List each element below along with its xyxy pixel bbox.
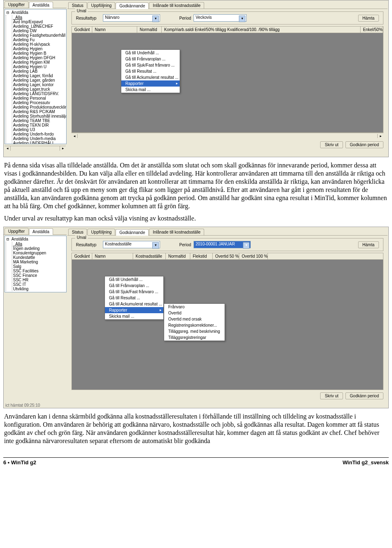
context-menu-item[interactable]: Gå till Resultat ...	[121, 68, 180, 74]
godkann-period-button-2[interactable]: Godkänn period	[345, 392, 383, 399]
resultattyp-select-2[interactable]: Kostnadsställe	[103, 241, 160, 248]
submenu-item[interactable]: Frånvaro	[164, 304, 225, 310]
submenu-item[interactable]: Registreringskorrektioner...	[164, 322, 225, 328]
tab-uppfoljning-2[interactable]: Uppföljning	[87, 229, 115, 235]
context-menu-item[interactable]: Gå till Ackumulerat resultat ...	[121, 74, 180, 80]
tree-item[interactable]: Avdeling Underh-fordo	[12, 132, 65, 136]
col-namn-2[interactable]: Namn	[92, 253, 133, 259]
col-normaltid-2[interactable]: Normaltid	[166, 253, 190, 259]
tree-item[interactable]: Avdeling R&S PC/KAM	[12, 109, 65, 114]
tab-godkannande-2[interactable]: Godkännande	[116, 229, 149, 236]
left-tab-uppgifter-2[interactable]: Uppgifter	[4, 228, 29, 234]
col-godkant[interactable]: Godkänt	[72, 27, 92, 33]
tree-item[interactable]: Avdeling Lager,truck	[12, 87, 65, 91]
skriv-ut-button[interactable]: Skriv ut	[320, 141, 343, 148]
tree-root-label[interactable]: Anställda	[6, 10, 29, 15]
col-enkel50[interactable]: Enkel/50%	[361, 27, 383, 33]
tree-item[interactable]: Ingen avdeling	[12, 246, 65, 251]
col-namn[interactable]: Namn	[92, 27, 137, 33]
tree-item[interactable]: Avdeling TEKN DIR	[12, 123, 65, 127]
resultattyp-select[interactable]: Närvaro	[103, 14, 160, 22]
col-overtid100-2[interactable]: Overtid 100 %	[239, 253, 268, 259]
tree-item[interactable]: Avdeling Storhushåll innesäljare	[12, 114, 65, 118]
tab-status-2[interactable]: Status	[68, 229, 87, 235]
tree-item[interactable]: Utvikling	[12, 287, 65, 291]
col-normaltid[interactable]: Normaltid	[137, 27, 162, 33]
tree-item[interactable]: Salg	[12, 264, 65, 269]
grid-horizontal-scroll[interactable]	[71, 133, 383, 139]
tree-item[interactable]: SSC HR	[12, 278, 65, 282]
tree-root-label-2[interactable]: Anställda	[6, 237, 29, 241]
context-menu-item[interactable]: Gå till Sjuk/Fast frånvaro ...	[105, 289, 163, 295]
tree-item[interactable]: Kundestøtte	[12, 255, 65, 260]
tree-item[interactable]: Avdeling LÅNGTIDSFRV.	[12, 91, 65, 96]
tree-item[interactable]: Avdeling Hygien KM	[12, 60, 65, 65]
godkann-period-button[interactable]: Godkänn period	[345, 141, 383, 148]
tree-item[interactable]: Avdeling H-sk/vpack	[12, 42, 65, 47]
left-tab-uppgifter[interactable]: Uppgifter	[4, 1, 29, 8]
tree-item[interactable]: Avdeling Lager, förråd	[12, 74, 65, 78]
tree-item[interactable]: Avd Imp/Expavd	[12, 20, 65, 24]
left-tab-anstallda-2[interactable]: Anställda	[29, 228, 53, 235]
tab-inlanade[interactable]: Inlånade till kostnadsställe	[149, 2, 204, 9]
col-various[interactable]: Komp/riarb.saldi Enkel/50% tillägg Kvali…	[162, 27, 361, 33]
tab-uppfoljning[interactable]: Uppföljning	[87, 2, 115, 9]
tree-item[interactable]: Avdeling_LØNECHEF	[12, 24, 65, 29]
tree-item[interactable]: SSC Finance	[12, 273, 65, 278]
context-menu-item[interactable]: Skicka mail ...	[121, 87, 180, 93]
grid-body[interactable]: Gå till Underhåll ...Gå till Frånvaropla…	[71, 33, 383, 133]
period-select[interactable]: Veckovis	[194, 14, 247, 22]
submenu-item[interactable]: Tilläggsregistreringar	[164, 334, 225, 341]
col-kostnadsstalle-2[interactable]: Kostnadsställe	[133, 253, 166, 259]
context-menu-item[interactable]: Gå till Underhåll ...	[121, 50, 180, 56]
submenu-item[interactable]: Overtid med orsak	[164, 316, 225, 322]
context-menu-item[interactable]: Gå till Underhåll ...	[105, 276, 163, 283]
context-menu-item[interactable]: Gå till Resultat ...	[105, 295, 163, 301]
context-menu-item[interactable]: Rapporter	[121, 80, 180, 87]
tab-inlanade-2[interactable]: Inlånade till kostnadsställe	[149, 229, 204, 235]
context-menu-item[interactable]: Gå till Sjuk/Fast frånvaro ...	[121, 62, 180, 68]
tree-item[interactable]: Avdeling UNDERHÅLL	[12, 141, 65, 144]
tree-item[interactable]: Avdeling Personal	[12, 96, 65, 100]
col-overtid50-2[interactable]: Overtid 50 %	[213, 253, 239, 259]
grid-body-2[interactable]: Gå till Underhåll ...Gå till Frånvaropla…	[71, 260, 383, 390]
tree-item[interactable]: Konsulentgruppen	[12, 251, 65, 255]
tree-item[interactable]: SSC IT	[12, 282, 65, 287]
context-menu-item[interactable]: Skicka mail ...	[105, 313, 163, 319]
tree-item[interactable]: Avdeling DW	[12, 29, 65, 33]
tree-item[interactable]: Avdeling Fastighetsunderhåll	[12, 33, 65, 38]
left-tab-anstallda[interactable]: Anställda	[29, 2, 53, 8]
tree-item[interactable]: Avdeling Processutv	[12, 100, 65, 105]
tree-item[interactable]: Avdeling U3	[12, 127, 65, 132]
submenu-item[interactable]: Tilläggsreg. med beskrivning	[164, 328, 225, 334]
sidebar-horizontal-scroll[interactable]	[4, 146, 66, 151]
context-menu-item[interactable]: Gå till Ackumulerat resultat ...	[105, 301, 163, 307]
hamta-button-2[interactable]: Hämta	[358, 241, 379, 248]
tree-item[interactable]: Avdeling Hygien DFGH	[12, 56, 65, 60]
skriv-ut-button-2[interactable]: Skriv ut	[320, 392, 343, 399]
tree-item[interactable]: Avdeling Produktionsutveckling	[12, 105, 65, 109]
context-menu-item[interactable]: Gå till Frånvaroplan ...	[121, 56, 180, 62]
context-menu-item[interactable]: Rapporter	[105, 307, 163, 313]
tree-item[interactable]: Avdeling Hygien	[12, 47, 65, 51]
tab-status[interactable]: Status	[68, 2, 87, 9]
col-flekstid-2[interactable]: Flekstid	[190, 253, 213, 259]
tree-item[interactable]: Avdeling LAB	[12, 69, 65, 74]
tree-item[interactable]: Avdeling Underh-media	[12, 136, 65, 141]
tree-item[interactable]: Avdeling Hygien B	[12, 51, 65, 56]
sidebar-tree-2[interactable]: Anställda _AllaIngen avdelingKonsulentgr…	[4, 236, 67, 292]
sidebar-tree[interactable]: Anställda _AllaAvd Imp/ExpavdAvdeling_LØ…	[4, 9, 67, 144]
hamta-button[interactable]: Hämta	[358, 15, 379, 22]
tree-item[interactable]: Avdeling Fu	[12, 38, 65, 42]
tree-item[interactable]: _Alla	[12, 242, 65, 246]
tree-item[interactable]: Avdeling Hygien U	[12, 65, 65, 69]
tree-item[interactable]: Avdeling Lager, kontor	[12, 82, 65, 87]
tree-item[interactable]: _Alla	[12, 15, 65, 20]
tree-item[interactable]: SSC Facilities	[12, 269, 65, 273]
tab-godkannande[interactable]: Godkännande	[116, 2, 149, 9]
tree-item[interactable]: Avdeling Lager, gården	[12, 78, 65, 82]
tree-item[interactable]: Avdeling TEAM TBE	[12, 118, 65, 123]
tree-item[interactable]: MA Marketing	[12, 260, 65, 264]
col-godkant-2[interactable]: Godkänt	[72, 253, 92, 259]
submenu-item[interactable]: Overtid	[164, 310, 225, 316]
